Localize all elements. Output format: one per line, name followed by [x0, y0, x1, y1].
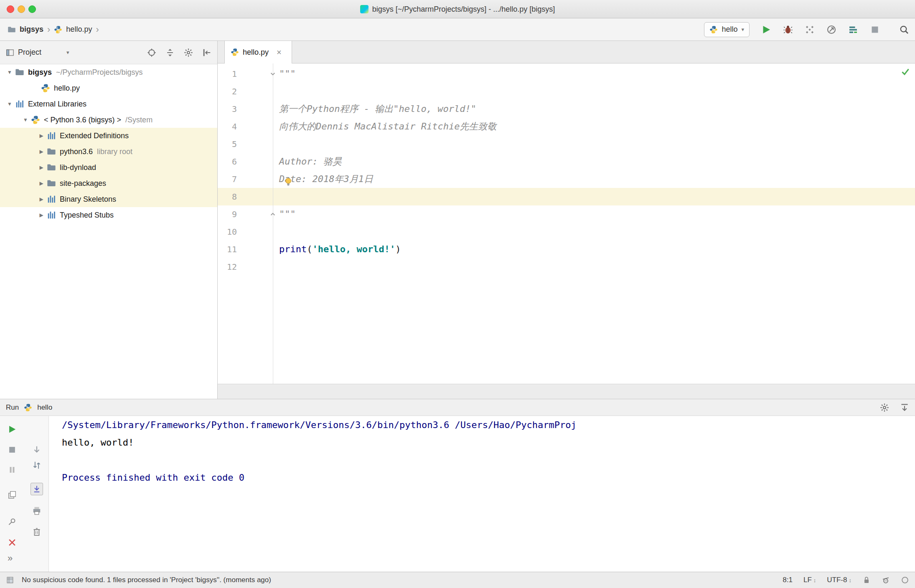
run-configuration-chooser[interactable]: hello ▾: [704, 22, 750, 37]
down-stack-trace-button[interactable]: [32, 445, 41, 454]
debug-button[interactable]: [783, 25, 793, 35]
lock-icon[interactable]: [862, 576, 871, 584]
chevron-down-icon: ▾: [741, 26, 744, 33]
restore-layout-button[interactable]: [8, 490, 17, 499]
caret-position-widget[interactable]: 8:1: [783, 576, 793, 584]
hector-inspector-icon[interactable]: [882, 576, 890, 584]
tree-item-hello-py[interactable]: hello.py: [0, 80, 217, 96]
line-number: 10: [220, 223, 237, 241]
tree-item-external-libraries[interactable]: ▼ External Libraries: [0, 96, 217, 112]
intention-bulb-icon[interactable]: [284, 177, 293, 186]
console-blank-line: [62, 451, 915, 469]
code-docstring: 向伟大的Dennis MacAlistair Ritchie先生致敬: [279, 118, 496, 135]
tree-item-extended-definitions[interactable]: ▶ Extended Definitions: [0, 128, 217, 144]
coverage-button[interactable]: [805, 25, 815, 35]
expanded-arrow-icon[interactable]: ▼: [4, 101, 15, 107]
project-panel-title[interactable]: Project: [18, 48, 41, 57]
breadcrumb: bigsys › hello.py ›: [8, 18, 99, 41]
python-icon: [31, 115, 40, 124]
print-button[interactable]: [32, 506, 41, 515]
collapsed-arrow-icon[interactable]: ▶: [36, 165, 47, 170]
python-icon: [709, 25, 718, 34]
status-bar: No suspicious code found. 1 files proces…: [0, 572, 915, 588]
rerun-button[interactable]: [8, 425, 17, 434]
navigation-bar: bigsys › hello.py › hello ▾: [0, 18, 915, 41]
collapse-all-icon[interactable]: [165, 48, 175, 57]
python-file-icon: [41, 84, 50, 93]
line-number: 9: [220, 205, 237, 223]
tree-item-binary-skeletons[interactable]: ▶ Binary Skeletons: [0, 191, 217, 207]
folder-icon: [47, 147, 56, 156]
close-panel-button[interactable]: [8, 538, 17, 547]
expanded-arrow-icon[interactable]: ▼: [4, 69, 15, 75]
editor-area: hello.py × 1""" 2 3第一个Python程序 - 输出"hell…: [218, 41, 915, 399]
collapsed-arrow-icon[interactable]: ▶: [36, 180, 47, 186]
run-button[interactable]: [761, 25, 771, 35]
status-message: No suspicious code found. 1 files proces…: [22, 576, 271, 584]
tree-item-typeshed-stubs[interactable]: ▶ Typeshed Stubs: [0, 207, 217, 223]
tab-label: hello.py: [243, 48, 269, 57]
line-number: 4: [220, 118, 237, 135]
tab-hello-py[interactable]: hello.py ×: [224, 41, 292, 63]
event-log-icon[interactable]: [901, 576, 909, 584]
locate-file-icon[interactable]: [147, 48, 156, 57]
tree-item-project-root[interactable]: ▼ bigsys ~/PycharmProjects/bigsys: [0, 64, 217, 80]
collapsed-arrow-icon[interactable]: ▶: [36, 212, 47, 218]
clear-all-icon[interactable]: [32, 527, 41, 536]
line-number: 6: [220, 153, 237, 170]
pin-tab-button[interactable]: [8, 517, 17, 526]
code-docstring: """: [279, 65, 296, 83]
line-number: 11: [220, 241, 237, 258]
collapsed-arrow-icon[interactable]: ▶: [36, 133, 47, 139]
tree-item-site-packages[interactable]: ▶ site-packages: [0, 175, 217, 191]
stop-button[interactable]: [8, 445, 17, 454]
dock-panel-icon[interactable]: [900, 403, 909, 412]
tree-item-lib-dynload[interactable]: ▶ lib-dynload: [0, 160, 217, 175]
code-docstring: """: [279, 205, 296, 223]
background-tasks-icon[interactable]: [6, 576, 14, 584]
chevron-down-icon[interactable]: ▾: [66, 49, 69, 56]
tree-item-label: hello.py: [54, 84, 80, 93]
run-panel-title: Run: [6, 403, 19, 412]
expanded-arrow-icon[interactable]: ▼: [20, 117, 31, 123]
scroll-to-end-button[interactable]: [30, 483, 43, 495]
gear-icon[interactable]: [880, 403, 889, 412]
tree-item-python36[interactable]: ▶ python3.6 library root: [0, 144, 217, 160]
line-number: 12: [220, 258, 237, 276]
breadcrumb-file[interactable]: hello.py: [66, 25, 92, 34]
hide-panel-icon[interactable]: [202, 48, 211, 57]
search-everywhere-icon[interactable]: [899, 25, 909, 35]
code-statement: print('hello, world!'): [279, 241, 401, 258]
code-editor[interactable]: 1""" 2 3第一个Python程序 - 输出"hello, world!" …: [218, 63, 915, 384]
soft-wrap-button[interactable]: [32, 461, 41, 470]
encoding-widget[interactable]: UTF-8↕: [827, 576, 851, 584]
run-tab-hello[interactable]: hello: [37, 403, 52, 412]
more-actions-icon[interactable]: »: [8, 553, 13, 564]
code-docstring: 第一个Python程序 - 输出"hello, world!": [279, 100, 476, 118]
run-console[interactable]: /System/Library/Frameworks/Python.framew…: [49, 416, 915, 572]
libraries-icon: [47, 131, 56, 140]
close-tab-icon[interactable]: ×: [277, 48, 282, 57]
fold-region-start-icon[interactable]: [269, 70, 277, 78]
line-separator-widget[interactable]: LF↕: [803, 576, 816, 584]
code-paren: ): [395, 244, 401, 254]
stop-button[interactable]: [870, 25, 880, 35]
run-toolbar: »: [0, 416, 49, 572]
horizontal-scrollbar[interactable]: [218, 384, 915, 399]
chevron-right-icon: ›: [96, 24, 99, 35]
python-icon: [24, 403, 32, 412]
inspections-ok-icon[interactable]: [901, 67, 910, 76]
gear-icon[interactable]: [184, 48, 193, 57]
fold-region-end-icon[interactable]: [269, 210, 277, 218]
concurrency-diagram-button[interactable]: [848, 25, 858, 35]
collapsed-arrow-icon[interactable]: ▶: [36, 196, 47, 202]
collapsed-arrow-icon[interactable]: ▶: [36, 149, 47, 155]
tree-item-label: Binary Skeletons: [60, 195, 116, 204]
line-number: 3: [220, 100, 237, 118]
tree-item-python-interpreter[interactable]: ▼ < Python 3.6 (bigsys) > /System: [0, 112, 217, 128]
breadcrumb-project[interactable]: bigsys: [20, 25, 43, 34]
profiler-button[interactable]: [826, 25, 836, 35]
pause-output-button[interactable]: [8, 465, 17, 474]
libraries-icon: [47, 195, 56, 204]
tree-item-label: python3.6: [60, 147, 93, 156]
